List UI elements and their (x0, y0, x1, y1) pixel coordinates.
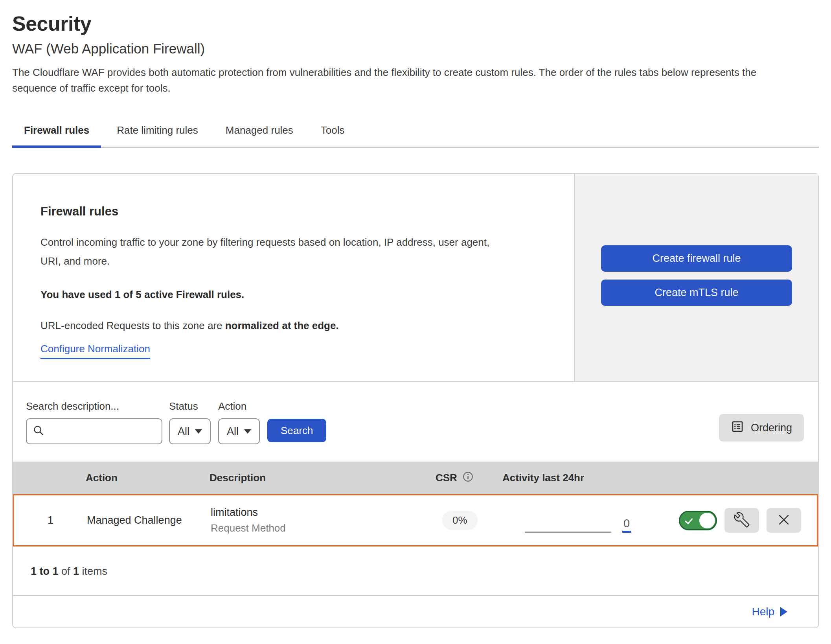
rules-table-header: Action Description CSR Activity last 24h… (13, 462, 818, 494)
page-title: Security (12, 12, 819, 35)
status-label: Status (169, 400, 211, 412)
action-select[interactable]: All (218, 418, 260, 444)
page-description: The Cloudflare WAF provides both automat… (12, 64, 796, 96)
edit-rule-button[interactable] (724, 508, 759, 533)
status-select[interactable]: All (169, 418, 211, 444)
toggle-knob (699, 513, 715, 528)
check-icon (684, 516, 694, 526)
header-csr: CSR (436, 471, 502, 486)
table-row[interactable]: 1 Managed Challenge limitations Request … (13, 494, 818, 546)
tab-rate-limiting-rules[interactable]: Rate limiting rules (105, 124, 210, 147)
search-description-label: Search description... (26, 400, 162, 412)
security-page: Security WAF (Web Application Firewall) … (0, 0, 831, 628)
usage-summary: You have used 1 of 5 active Firewall rul… (40, 289, 559, 301)
activity-count-link[interactable]: 0 (622, 518, 631, 533)
tab-tools[interactable]: Tools (309, 124, 357, 147)
tab-managed-rules[interactable]: Managed rules (214, 124, 305, 147)
items-count: 1 to 1 of 1 items (13, 546, 818, 596)
normalization-bold: normalized at the edge. (225, 320, 339, 331)
rule-activity-cell: 0 (504, 495, 639, 545)
firewall-rules-info-section: Firewall rules Control incoming traffic … (13, 174, 818, 382)
header-action: Action (86, 472, 210, 484)
help-row: Help (13, 596, 818, 627)
activity-sparkline (525, 532, 611, 533)
search-filter-group: Search description... (26, 400, 162, 444)
create-mtls-rule-button[interactable]: Create mTLS rule (601, 280, 792, 306)
delete-rule-button[interactable] (767, 508, 801, 533)
actions-panel: Create firewall rule Create mTLS rule (574, 174, 818, 381)
ordering-list-icon (731, 420, 744, 436)
rule-enabled-toggle[interactable] (679, 511, 717, 530)
header-activity: Activity last 24hr (502, 472, 638, 484)
csr-badge: 0% (442, 511, 478, 530)
firewall-rules-card: Firewall rules Control incoming traffic … (12, 173, 819, 628)
rule-controls-cell (639, 508, 817, 533)
normalization-text: URL-encoded Requests to this zone are no… (40, 320, 559, 332)
info-icon[interactable] (462, 471, 474, 486)
chevron-right-icon (780, 607, 787, 616)
search-input-box[interactable] (26, 418, 162, 444)
search-input[interactable] (45, 425, 156, 438)
tab-bar: Firewall rules Rate limiting rules Manag… (12, 124, 819, 148)
rule-priority: 1 (14, 514, 87, 526)
rule-description-cell: limitations Request Method (211, 506, 437, 534)
search-icon (32, 424, 45, 438)
filter-bar: Search description... Status All Action (13, 382, 818, 462)
rule-action: Managed Challenge (87, 514, 211, 526)
action-label: Action (218, 400, 260, 412)
action-filter-group: Action All (218, 400, 260, 444)
wrench-icon (734, 512, 750, 529)
header-description: Description (210, 472, 436, 484)
configure-normalization-link[interactable]: Configure Normalization (40, 343, 150, 359)
page-subtitle: WAF (Web Application Firewall) (12, 41, 819, 57)
status-filter-group: Status All (169, 400, 211, 444)
chevron-down-icon (195, 429, 202, 434)
card-heading: Firewall rules (40, 204, 559, 219)
ordering-button[interactable]: Ordering (719, 414, 804, 442)
close-icon (776, 512, 792, 529)
chevron-down-icon (244, 429, 251, 434)
rule-csr-cell: 0% (437, 511, 504, 530)
rule-description: limitations (211, 506, 437, 519)
rule-description-sub: Request Method (211, 522, 437, 534)
create-firewall-rule-button[interactable]: Create firewall rule (601, 245, 792, 272)
search-button[interactable]: Search (267, 419, 326, 442)
tab-firewall-rules[interactable]: Firewall rules (12, 124, 101, 147)
card-description: Control incoming traffic to your zone by… (40, 233, 500, 270)
help-link[interactable]: Help (752, 605, 787, 618)
